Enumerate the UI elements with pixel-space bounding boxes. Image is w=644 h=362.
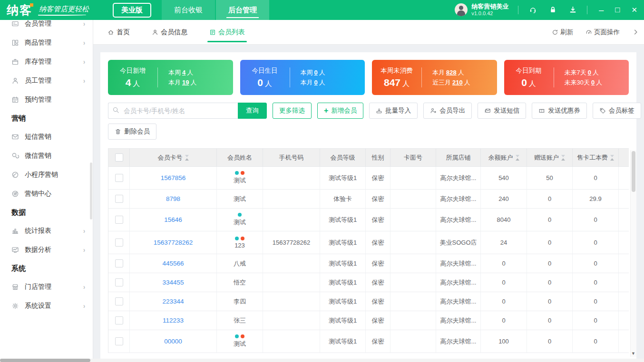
member-tag-button[interactable]: 会员标签 xyxy=(593,103,641,119)
column-label: 售卡工本费 xyxy=(577,153,608,162)
member-card-link[interactable]: 8798 xyxy=(166,195,180,202)
row-checkbox[interactable] xyxy=(115,278,123,286)
row-checkbox[interactable] xyxy=(115,195,123,203)
sort-desc-icon xyxy=(561,155,565,157)
sidebar-item-miniprogram-marketing[interactable]: 小程序营销 xyxy=(0,165,93,184)
tab-member-list[interactable]: 会员列表 xyxy=(209,20,245,45)
edition-badge[interactable]: 美业版 xyxy=(113,3,151,18)
select-all-checkbox[interactable] xyxy=(115,153,123,162)
member-export-button[interactable]: 会员导出 xyxy=(423,103,472,119)
stat-card-value: 0人 xyxy=(240,77,290,88)
cell-phone xyxy=(263,292,320,311)
cell-level: 测试等级1 xyxy=(320,330,366,353)
refresh-button[interactable]: 刷新 xyxy=(552,28,573,37)
column-header-fee[interactable]: 售卡工本费 xyxy=(573,149,619,167)
member-card-link[interactable]: 1567856 xyxy=(161,174,186,181)
cell-gender: 保密 xyxy=(366,330,390,353)
header-tab-front-cashier[interactable]: 前台收银 xyxy=(162,0,215,20)
column-header-gift[interactable]: 赠送账户 xyxy=(527,149,573,167)
cell-balance: 0 xyxy=(481,311,527,330)
row-checkbox[interactable] xyxy=(115,174,123,182)
window-horizontal-scrollbar[interactable] xyxy=(0,359,644,362)
horizontal-scrollbar-thumb[interactable] xyxy=(0,359,90,362)
search-button[interactable]: 查询 xyxy=(238,103,267,119)
table-row: 223344李四测试等级1保密高尔夫球馆...000 xyxy=(108,292,629,311)
member-card-link[interactable]: 15646 xyxy=(164,216,182,223)
sidebar-item-system-settings[interactable]: 系统设置› xyxy=(0,296,93,315)
sidebar-item-sms-marketing[interactable]: 短信营销 xyxy=(0,127,93,146)
cell-card_face xyxy=(390,231,436,254)
sidebar-item-staff-management[interactable]: 员工管理› xyxy=(0,71,93,90)
send-coupon-button[interactable]: 发送优惠券 xyxy=(532,103,587,119)
row-filler-cell xyxy=(619,167,629,190)
scroll-down-arrow-icon[interactable]: ▼ xyxy=(631,351,635,356)
cell-gift: 0 xyxy=(527,231,573,254)
sidebar-item-member-management[interactable]: 会员管理› xyxy=(0,20,93,33)
close-button[interactable]: ✕ xyxy=(631,6,637,13)
toolbar-row-2: 删除会员 xyxy=(100,119,636,140)
sidebar-item-wechat-marketing[interactable]: 微信营销 xyxy=(0,146,93,165)
sidebar-item-inventory-management[interactable]: 库存管理› xyxy=(0,52,93,71)
member-name: 张三 xyxy=(234,316,246,325)
sidebar-item-marketing-center[interactable]: 营销中心 xyxy=(0,184,93,203)
cell-store: 高尔夫球馆... xyxy=(436,209,481,231)
row-checkbox[interactable] xyxy=(115,316,123,324)
sidebar-item-data-analysis[interactable]: 数据分析› xyxy=(0,240,93,259)
cell-balance: 24 xyxy=(481,231,527,254)
table-row: 1563772826212315637728262测试等级1保密美业SOGO店2… xyxy=(108,231,629,254)
batch-import-button[interactable]: 批量导入 xyxy=(369,103,418,119)
stat-card-sub: 本周0人本月0人 xyxy=(290,67,365,87)
member-name: 测试 xyxy=(234,195,246,203)
sidebar-item-goods-management[interactable]: 商品管理› xyxy=(0,33,93,52)
coupon-icon xyxy=(538,107,545,114)
minimize-button[interactable]: – xyxy=(599,6,604,14)
staff-icon xyxy=(11,77,20,85)
member-card-link[interactable]: 112233 xyxy=(163,317,184,324)
member-card-link[interactable]: 445566 xyxy=(162,260,184,267)
page-ops-icon xyxy=(585,29,592,36)
user-menu[interactable]: 纳客营销美业 v1.0.0.42 xyxy=(455,3,508,17)
send-sms-button[interactable]: 发送短信 xyxy=(478,103,526,119)
lock-button[interactable] xyxy=(548,5,557,15)
customer-service-button[interactable] xyxy=(528,5,537,15)
search-input[interactable] xyxy=(108,103,238,119)
maximize-button[interactable]: □ xyxy=(615,6,620,14)
sort-carets-icon xyxy=(561,155,565,161)
tab-home[interactable]: 首页 xyxy=(107,20,130,45)
table-vertical-scrollbar[interactable]: ▼ xyxy=(630,150,636,357)
row-checkbox[interactable] xyxy=(115,297,123,305)
sidebar-item-store-management[interactable]: 门店管理› xyxy=(0,277,93,296)
sidebar-item-statistic-report[interactable]: 统计报表› xyxy=(0,221,93,240)
column-header-balance[interactable]: 余额账户 xyxy=(481,149,527,167)
column-label: 卡面号 xyxy=(404,153,422,162)
row-checkbox[interactable] xyxy=(115,238,123,247)
row-checkbox[interactable] xyxy=(115,259,123,267)
app-header: 纳客 纳客管店更轻松 美业版 前台收银后台管理 纳客营销美业 v1.0.0.42… xyxy=(0,0,644,20)
cell-card_no: 445566 xyxy=(130,254,217,273)
column-header-card_no[interactable]: 会员卡号 xyxy=(130,149,217,167)
app-version: v1.0.0.42 xyxy=(471,10,508,17)
window-controls: – □ ✕ xyxy=(599,6,637,14)
cell-balance: 240 xyxy=(481,190,527,209)
more-filter-button[interactable]: 更多筛选 xyxy=(273,103,312,119)
sidebar-scrollbar[interactable] xyxy=(90,162,92,219)
member-card-link[interactable]: 334455 xyxy=(162,279,184,286)
member-card-link[interactable]: 00000 xyxy=(164,338,182,345)
tab-member-info[interactable]: 会员信息 xyxy=(152,20,187,45)
header-tab-backend-manage[interactable]: 后台管理 xyxy=(216,0,269,20)
delete-member-button[interactable]: 删除会员 xyxy=(108,124,156,140)
member-card-link[interactable]: 15637728262 xyxy=(154,239,193,246)
sort-desc-icon xyxy=(610,155,614,157)
table-scrollbar-thumb[interactable] xyxy=(632,151,635,192)
chevron-right-icon[interactable] xyxy=(632,29,639,36)
add-member-button[interactable]: +新增会员 xyxy=(317,103,363,119)
store-icon xyxy=(11,283,20,291)
cell-store: 高尔夫球馆... xyxy=(436,330,481,353)
page-ops-button[interactable]: 页面操作 xyxy=(585,28,620,37)
member-card-link[interactable]: 223344 xyxy=(162,298,184,305)
sidebar-item-booking-management[interactable]: 预约管理 xyxy=(0,90,93,109)
row-checkbox[interactable] xyxy=(115,337,123,345)
download-button[interactable] xyxy=(568,5,577,15)
button-label: 发送优惠券 xyxy=(548,106,580,115)
row-checkbox[interactable] xyxy=(115,216,123,224)
